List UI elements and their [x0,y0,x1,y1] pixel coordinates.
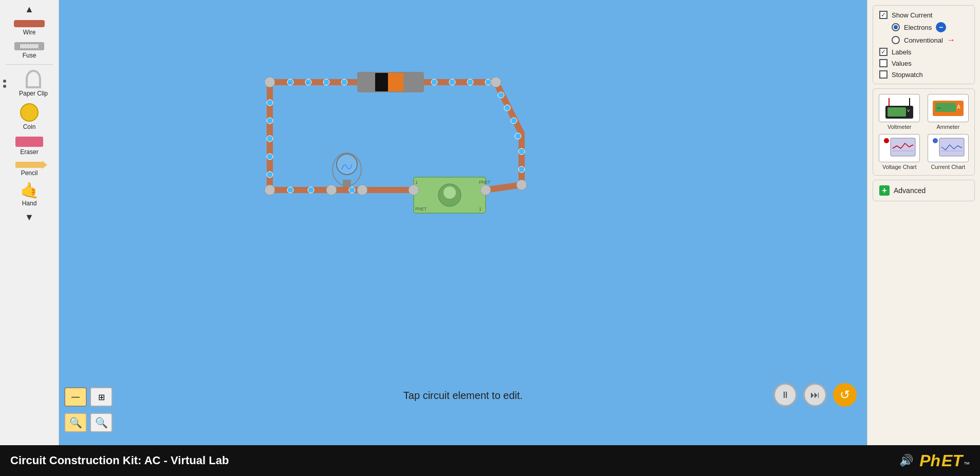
voltmeter-item[interactable]: V Voltmeter [877,94,922,130]
sidebar-item-hand[interactable]: 🤙 Hand [0,180,59,210]
app-title: Circuit Construction Kit: AC - Virtual L… [10,454,229,467]
instruments-panel: V Voltmeter — A Ammete [873,88,975,176]
svg-point-49 [491,77,501,87]
svg-rect-59 [887,107,906,117]
display-controls-panel: Show Current Electrons − Conventional → … [873,5,975,84]
zoom-out-button[interactable]: 🔍 [64,413,87,432]
bottom-bar-right: 🔊 Ph ET ™ [899,451,970,470]
top-area: ▲ Wire Fuse Paper Clip [0,0,980,445]
paperclip-icon [26,70,41,88]
electron-icon: − [936,22,946,32]
svg-point-18 [443,186,456,199]
svg-text:1: 1 [479,206,482,212]
electrons-radio[interactable] [892,23,900,31]
svg-text:1: 1 [415,180,418,185]
labels-checkbox[interactable] [879,48,887,56]
advanced-panel[interactable]: + Advanced [873,180,975,201]
stopwatch-row: Stopwatch [879,70,968,79]
phet-logo: Ph [919,451,940,470]
svg-text:PhET: PhET [415,206,427,212]
zoom-toolbar: 🔍 🔍 [64,413,113,432]
svg-point-14 [337,154,357,175]
dot-2 [3,85,6,88]
svg-point-44 [267,154,273,160]
sidebar-down-arrow[interactable]: ▼ [0,210,59,225]
conventional-label: Conventional [904,36,943,44]
svg-line-5 [486,185,522,190]
svg-point-48 [265,77,275,87]
voltage-chart-item[interactable]: Voltage Chart [877,134,922,170]
sidebar-dots-container: Paper Clip [0,67,59,100]
current-chart-item[interactable]: Current Chart [926,134,971,170]
voltmeter-image: V [879,94,920,122]
svg-point-36 [519,166,525,173]
canvas-area[interactable]: 1 PhET PhET 1 [59,0,867,445]
hand-icon: 🤙 [20,183,39,198]
plus-icon: ⊞ [98,392,105,402]
advanced-plus-icon: + [879,185,890,196]
labels-label: Labels [892,48,911,56]
pencil-icon [15,162,43,168]
sidebar-item-coin[interactable]: Coin [0,100,59,134]
sidebar-item-paperclip[interactable]: Paper Clip [0,67,59,100]
electrons-label: Electrons [904,24,932,31]
sidebar-item-eraser[interactable]: Eraser [0,134,59,159]
svg-point-65 [884,138,889,143]
ammeter-label: Ammeter [936,124,959,130]
status-message: Tap circuit element to edit. [403,390,523,402]
svg-point-41 [267,100,273,106]
conventional-radio[interactable] [892,36,900,44]
svg-text:PhET: PhET [479,180,491,185]
values-label: Values [892,60,912,67]
volume-icon[interactable]: 🔊 [899,454,913,467]
sidebar-up-arrow[interactable]: ▲ [0,2,59,17]
sidebar-item-fuse[interactable]: Fuse [0,39,59,62]
svg-point-27 [431,79,437,85]
zoom-in-button[interactable]: 🔍 [90,413,113,432]
svg-text:—: — [937,105,941,110]
fuse-label: Fuse [23,52,36,59]
reload-icon: ↺ [840,388,850,402]
wire-label: Wire [23,29,36,36]
svg-rect-12 [388,73,403,91]
coin-label: Coin [23,123,36,130]
svg-point-54 [326,185,337,195]
zoom-out-icon: 🔍 [69,416,82,429]
pause-button[interactable]: ⏸ [773,383,797,407]
playback-controls: ⏸ ⏭ ↺ [773,383,857,407]
svg-point-68 [933,138,938,143]
values-checkbox[interactable] [879,59,887,67]
reload-button[interactable]: ↺ [833,383,857,407]
svg-point-30 [485,79,491,85]
svg-point-28 [449,79,455,85]
voltage-chart-label: Voltage Chart [882,164,917,170]
current-chart-image [928,134,969,162]
current-chart-label: Current Chart [931,164,965,170]
ammeter-item[interactable]: — A Ammeter [926,94,971,130]
minus-icon: — [71,392,80,402]
svg-point-43 [267,136,273,142]
svg-text:→: → [305,81,309,85]
plus-tool-button[interactable]: ⊞ [90,387,113,407]
bottom-toolbar: — ⊞ [64,387,113,407]
svg-text:V: V [907,108,910,113]
svg-point-52 [480,185,491,195]
circuit-diagram[interactable]: 1 PhET PhET 1 [229,62,537,236]
svg-text:A: A [957,104,960,110]
paperclip-label: Paper Clip [19,90,48,97]
advanced-label: Advanced [894,186,926,195]
main-container: ▲ Wire Fuse Paper Clip [0,0,980,476]
show-current-label: Show Current [892,11,932,19]
sidebar-divider-1 [6,64,52,65]
step-button[interactable]: ⏭ [803,383,827,407]
svg-point-51 [516,180,527,190]
svg-point-25 [323,79,329,85]
svg-point-53 [409,185,419,195]
show-current-checkbox[interactable] [879,11,887,19]
stopwatch-checkbox[interactable] [879,70,887,79]
sidebar-item-wire[interactable]: Wire [0,17,59,39]
sidebar-item-pencil[interactable]: Pencil [0,159,59,180]
minus-tool-button[interactable]: — [64,387,87,407]
svg-point-26 [341,79,347,85]
hand-label: Hand [22,200,37,207]
